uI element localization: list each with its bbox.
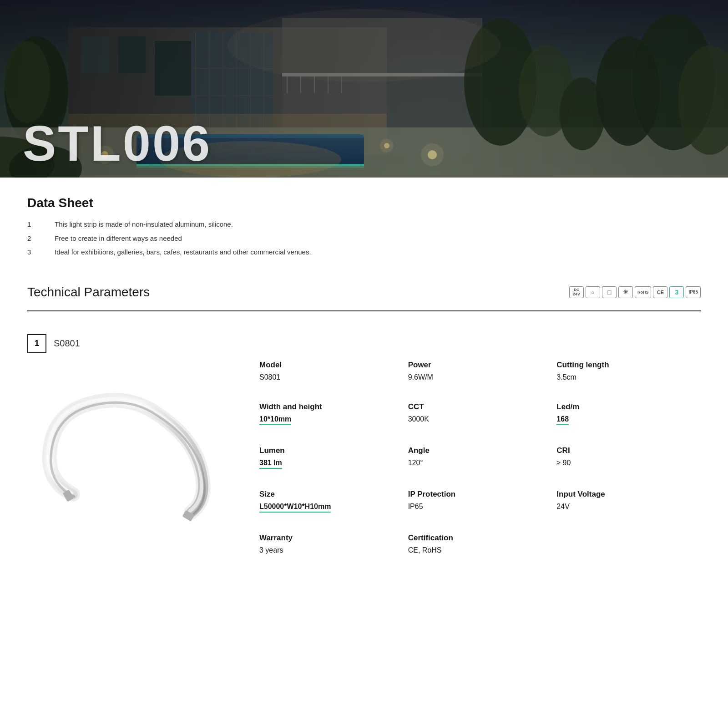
spec-label-cert: Certification [408,533,543,543]
product-image-col: 1 S0801 [27,325,246,522]
data-sheet-list: 1 This light strip is made of non-insula… [27,219,701,258]
spec-led-m: Led/m 168 [552,394,701,438]
spec-certification: Certification CE, RoHS [404,525,552,567]
spec-value-model: S0801 [259,373,394,381]
badge-rohs: RoHS [635,286,652,298]
tech-params-header: Technical Parameters DC 24V ⌂ □ ☀ RoHS C… [27,285,701,307]
spec-power: Power 9.6W/M [404,352,552,394]
spec-label-cutting: Cutting length [556,361,692,370]
spec-lumen: Lumen 381 lm [255,438,404,482]
badge-ce: CE [653,286,667,298]
specs-grid: Model S0801 Power 9.6W/M Cutting length … [246,325,701,567]
spec-value-ip: IP65 [408,503,543,511]
spec-ip: IP Protection IP65 [404,482,552,525]
spec-cutting-length: Cutting length 3.5cm [552,352,701,394]
spec-label-voltage: Input Voltage [556,490,692,499]
spec-label-power: Power [408,361,543,370]
model-number-box: 1 [27,334,46,353]
badge-house: ⌂ [586,286,600,298]
spec-width-height: Width and height 10*10mm [255,394,404,438]
spec-label-ip: IP Protection [408,490,543,499]
badge-row: DC 24V ⌂ □ ☀ RoHS CE 3 IP65 [569,286,701,298]
spec-size: Size L50000*W10*H10mm [255,482,404,525]
model-name: S0801 [54,338,80,349]
spec-value-cutting: 3.5cm [556,373,692,381]
spec-label-lumen: Lumen [259,446,394,455]
list-item: 2 Free to create in different ways as ne… [27,234,701,244]
spec-value-cri: ≥ 90 [556,459,692,467]
badge-sun: ☀ [618,286,633,298]
spec-angle: Angle 120° [404,438,552,482]
list-number: 3 [27,247,55,258]
spec-value-angle: 120° [408,459,543,467]
spec-label-size: Size [259,490,394,499]
spec-label-wh: Width and height [259,402,394,411]
spec-empty [552,525,701,567]
badge-3years: 3 [669,286,684,298]
tech-params-title: Technical Parameters [27,285,150,300]
hero-section: STL006 [0,0,728,178]
spec-value-lumen: 381 lm [259,459,282,469]
product-row: 1 S0801 [27,325,701,567]
badge-dc24v: DC 24V [569,286,584,298]
list-item: 3 Ideal for exhibitions, galleries, bars… [27,247,701,258]
data-sheet-section: Data Sheet 1 This light strip is made of… [27,196,701,258]
strip-product-image [27,367,218,522]
spec-value-wh: 10*10mm [259,415,291,425]
badge-ip65: IP65 [686,286,701,298]
list-text: Ideal for exhibitions, galleries, bars, … [55,247,311,258]
spec-value-cert: CE, RoHS [408,546,543,554]
spec-voltage: Input Voltage 24V [552,482,701,525]
spec-value-power: 9.6W/M [408,373,543,381]
hero-title: STL006 [23,118,212,168]
model-badge: 1 S0801 [27,334,246,353]
spec-value-cct: 3000K [408,415,543,423]
spec-value-voltage: 24V [556,503,692,511]
spec-cri: CRI ≥ 90 [552,438,701,482]
list-number: 1 [27,219,55,230]
data-sheet-title: Data Sheet [27,196,701,210]
list-number: 2 [27,234,55,244]
spec-value-ledm: 168 [556,415,569,425]
list-text: This light strip is made of non-insulate… [55,219,233,230]
list-text: Free to create in different ways as need… [55,234,182,244]
badge-square: □ [602,286,617,298]
spec-value-size: L50000*W10*H10mm [259,503,331,513]
spec-cct: CCT 3000K [404,394,552,438]
spec-model: Model S0801 [255,352,404,394]
spec-label-cct: CCT [408,402,543,411]
spec-label-model: Model [259,361,394,370]
main-content: Data Sheet 1 This light strip is made of… [0,178,728,585]
spec-value-warranty: 3 years [259,546,394,554]
divider [27,310,701,311]
spec-label-angle: Angle [408,446,543,455]
spec-label-ledm: Led/m [556,402,692,411]
list-item: 1 This light strip is made of non-insula… [27,219,701,230]
spec-label-warranty: Warranty [259,533,394,543]
spec-label-cri: CRI [556,446,692,455]
spec-warranty: Warranty 3 years [255,525,404,567]
